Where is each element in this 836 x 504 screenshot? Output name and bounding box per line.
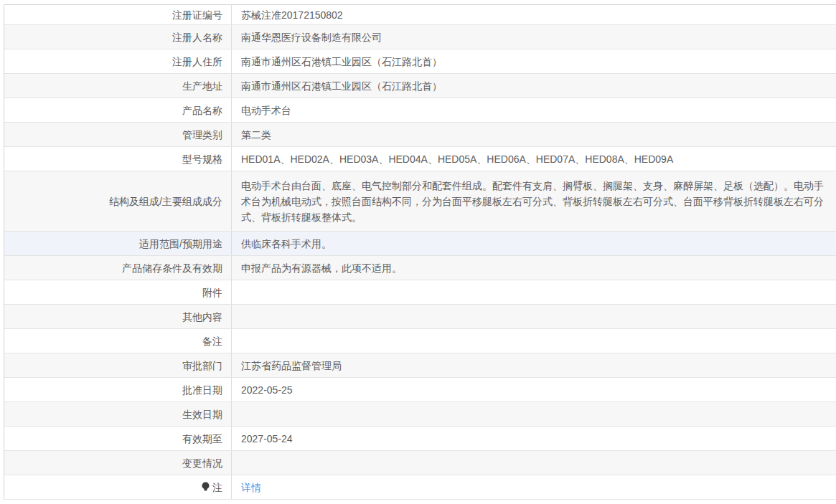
table-row-hovered: 适用范围/预期用途 供临床各科手术用。: [4, 232, 836, 256]
row-value: 详情: [232, 475, 836, 499]
row-label: 批准日期: [4, 378, 232, 401]
row-value: 申报产品为有源器械，此项不适用。: [232, 256, 836, 280]
table-row: 有效期至 2027-05-24: [4, 427, 836, 451]
row-value: 电动手术台由台面、底座、电气控制部分和配套件组成。配套件有支肩、搁臂板、搁腿架、…: [232, 171, 836, 231]
row-label: 注册人住所: [4, 49, 232, 73]
row-label: 结构及组成/主要组成成分: [4, 171, 232, 231]
table-row: 产品名称 电动手术台: [4, 98, 836, 123]
table-row: 注册人住所 南通市通州区石港镇工业园区（石江路北首）: [4, 49, 836, 74]
row-label: 产品储存条件及有效期: [4, 256, 232, 280]
row-label: 生效日期: [4, 402, 232, 426]
row-label: 审批部门: [4, 353, 232, 377]
row-value: [232, 329, 836, 353]
row-label: 其他内容: [4, 305, 232, 328]
table-row: 管理类别 第二类: [4, 123, 836, 147]
registration-detail-table: 注册证编号 苏械注准20172150802 注册人名称 南通华恩医疗设备制造有限…: [4, 4, 836, 500]
row-value: 江苏省药品监督管理局: [232, 353, 836, 377]
row-value: 2027-05-24: [232, 427, 836, 450]
row-value: 南通市通州区石港镇工业园区（石江路北首）: [232, 74, 836, 98]
lightbulb-icon: [201, 482, 210, 493]
row-value: 2022-05-25: [232, 378, 836, 401]
row-value: 供临床各科手术用。: [232, 232, 836, 255]
row-value: [232, 402, 836, 426]
row-value: 第二类: [232, 123, 836, 146]
row-value: 苏械注准20172150802: [232, 5, 836, 24]
table-row: 其他内容: [4, 305, 836, 329]
table-row: 生效日期: [4, 402, 836, 427]
details-link[interactable]: 详情: [241, 480, 261, 495]
table-row: 产品储存条件及有效期 申报产品为有源器械，此项不适用。: [4, 256, 836, 280]
row-label: 管理类别: [4, 123, 232, 146]
row-label: 注册人名称: [4, 25, 232, 49]
row-label: 有效期至: [4, 427, 232, 450]
table-row: 生产地址 南通市通州区石港镇工业园区（石江路北首）: [4, 74, 836, 98]
row-value: [232, 280, 836, 304]
table-row: 备注: [4, 329, 836, 353]
row-value: 南通华恩医疗设备制造有限公司: [232, 25, 836, 49]
table-row: 审批部门 江苏省药品监督管理局: [4, 353, 836, 378]
row-label: 备注: [4, 329, 232, 353]
row-label: 注册证编号: [4, 5, 232, 24]
row-label: 生产地址: [4, 74, 232, 98]
table-row: 附件: [4, 280, 836, 305]
row-label: 变更情况: [4, 451, 232, 475]
table-row: 注册人名称 南通华恩医疗设备制造有限公司: [4, 25, 836, 49]
row-value: [232, 305, 836, 328]
row-label: 附件: [4, 280, 232, 304]
table-row-note: 注 详情: [4, 475, 836, 500]
row-label: 型号规格: [4, 147, 232, 171]
note-label-text: 注: [212, 480, 222, 495]
table-row: 型号规格 HED01A、HED02A、HED03A、HED04A、HED05A、…: [4, 147, 836, 171]
table-row: 变更情况: [4, 451, 836, 475]
table-row: 注册证编号 苏械注准20172150802: [4, 5, 836, 25]
table-row: 结构及组成/主要组成成分 电动手术台由台面、底座、电气控制部分和配套件组成。配套…: [4, 171, 836, 232]
row-value: 电动手术台: [232, 98, 836, 122]
table-row: 批准日期 2022-05-25: [4, 378, 836, 402]
row-value: 南通市通州区石港镇工业园区（石江路北首）: [232, 49, 836, 73]
row-value: [232, 451, 836, 475]
row-value: HED01A、HED02A、HED03A、HED04A、HED05A、HED06…: [232, 147, 836, 171]
row-label: 产品名称: [4, 98, 232, 122]
row-label: 注: [4, 475, 232, 499]
row-label: 适用范围/预期用途: [4, 232, 232, 255]
